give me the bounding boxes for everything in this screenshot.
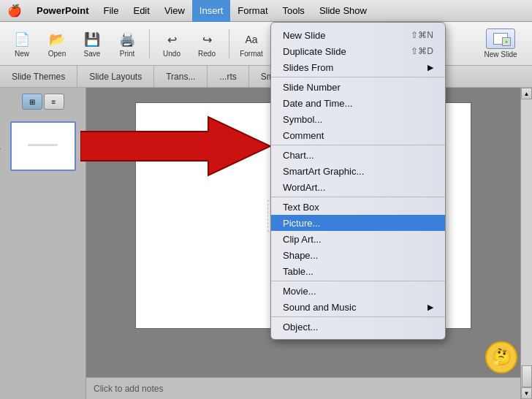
menu-new-slide[interactable]: New Slide ⇧⌘N	[271, 27, 445, 43]
open-label: Open	[48, 50, 66, 58]
menu-sound[interactable]: Sound and Music ▶	[271, 299, 445, 315]
menu-format[interactable]: Format	[230, 0, 275, 22]
menu-tools[interactable]: Tools	[276, 0, 312, 22]
scroll-up-arrow[interactable]: ▲	[521, 88, 532, 99]
format-button[interactable]: Aa Format	[235, 26, 267, 62]
save-label: Save	[84, 50, 101, 58]
menu-new-slide-shortcut: ⇧⌘N	[411, 30, 433, 40]
menu-group-object: Object...	[271, 317, 445, 336]
menu-chart-label: Chart...	[283, 150, 314, 161]
menu-date-time-label: Date and Time...	[283, 98, 352, 109]
new-label: New	[15, 50, 29, 58]
slide-number: 1	[0, 142, 1, 151]
scroll-track[interactable]	[521, 99, 532, 365]
list-view-button[interactable]: ≡	[44, 94, 64, 110]
menu-chart[interactable]: Chart...	[271, 147, 445, 163]
menu-shape-label: Shape...	[283, 250, 318, 261]
new-icon: 📄	[12, 29, 32, 50]
apple-logo[interactable]: 🍎	[0, 4, 29, 18]
menu-comment-label: Comment	[283, 130, 324, 141]
menu-view[interactable]: View	[157, 0, 192, 22]
menu-symbol[interactable]: Symbol...	[271, 111, 445, 127]
format-label: Format	[240, 50, 263, 58]
notes-bar[interactable]: Click to add notes	[86, 377, 520, 399]
redo-icon: ↪	[197, 29, 217, 50]
tab-bar: Slide Themes Slide Layouts Trans... ...r…	[0, 66, 532, 88]
open-icon: 📂	[47, 29, 67, 50]
new-button[interactable]: 📄 New	[6, 26, 38, 62]
undo-icon: ↩	[162, 29, 182, 50]
menu-edit[interactable]: Edit	[126, 0, 156, 22]
tab-slide-layouts[interactable]: Slide Layouts	[77, 66, 154, 87]
menu-group-slides: New Slide ⇧⌘N Duplicate Slide ⇧⌘D Slides…	[271, 26, 445, 77]
menu-comment[interactable]: Comment	[271, 127, 445, 143]
menu-duplicate-slide[interactable]: Duplicate Slide ⇧⌘D	[271, 43, 445, 59]
menu-wordart[interactable]: WordArt...	[271, 179, 445, 195]
toolbar: 📄 New 📂 Open 💾 Save 🖨️ Print ↩ Undo ↪ Re…	[0, 22, 532, 66]
open-button[interactable]: 📂 Open	[41, 26, 73, 62]
menu-shape[interactable]: Shape...	[271, 247, 445, 263]
menu-slideshow[interactable]: Slide Show	[312, 0, 374, 22]
undo-button[interactable]: ↩ Undo	[156, 26, 188, 62]
menu-smartart[interactable]: SmartArt Graphic...	[271, 163, 445, 179]
right-scrollbar: ▲ ▼	[520, 88, 532, 399]
view-toggle: ⊞ ≡	[22, 94, 64, 110]
menu-clipart-label: Clip Art...	[283, 234, 322, 245]
menu-group-media: Chart... SmartArt Graphic... WordArt...	[271, 145, 445, 197]
menu-object[interactable]: Object...	[271, 319, 445, 335]
menu-picture[interactable]: Picture...	[271, 215, 445, 231]
menu-clipart[interactable]: Clip Art...	[271, 231, 445, 247]
menu-insert[interactable]: Insert	[192, 0, 231, 22]
main-content: ⊞ ≡ 1 Cli... Click to add notes ▲ ▼	[0, 88, 532, 399]
save-icon: 💾	[82, 29, 102, 50]
tab-animations[interactable]: ...rts	[208, 66, 248, 87]
menu-slides-from-label: Slides From	[283, 62, 333, 73]
scroll-down-arrow[interactable]: ▼	[521, 387, 532, 399]
new-slide-button[interactable]: + New Slide	[475, 26, 526, 62]
insert-menu: New Slide ⇧⌘N Duplicate Slide ⇧⌘D Slides…	[270, 22, 446, 340]
slides-from-arrow-icon: ▶	[428, 63, 433, 72]
separator-2	[229, 29, 229, 58]
new-slide-label: New Slide	[484, 50, 517, 58]
menu-duplicate-slide-label: Duplicate Slide	[283, 46, 346, 57]
print-icon: 🖨️	[117, 29, 137, 50]
notes-text: Click to add notes	[94, 384, 163, 394]
menu-bar: 🍎 PowerPoint File Edit View Insert Forma…	[0, 0, 532, 22]
menu-table-label: Table...	[283, 266, 314, 277]
scroll-thumb[interactable]	[522, 365, 532, 387]
menu-slide-number[interactable]: Slide Number	[271, 79, 445, 95]
menu-sound-label: Sound and Music	[283, 302, 356, 313]
app-name: PowerPoint	[29, 0, 96, 22]
menu-file[interactable]: File	[96, 0, 126, 22]
menu-slides-from[interactable]: Slides From ▶	[271, 59, 445, 75]
menu-movie-label: Movie...	[283, 286, 316, 297]
save-button[interactable]: 💾 Save	[76, 26, 108, 62]
menu-wordart-label: WordArt...	[283, 182, 325, 193]
menu-movie[interactable]: Movie...	[271, 283, 445, 299]
menu-group-insert: Text Box Picture... Clip Art... Shape...…	[271, 197, 445, 281]
undo-label: Undo	[163, 50, 180, 58]
menu-textbox[interactable]: Text Box	[271, 199, 445, 215]
menu-table[interactable]: Table...	[271, 263, 445, 279]
tab-transitions[interactable]: Trans...	[154, 66, 208, 87]
redo-label: Redo	[198, 50, 216, 58]
menu-duplicate-slide-shortcut: ⇧⌘D	[411, 46, 433, 56]
menu-date-time[interactable]: Date and Time...	[271, 95, 445, 111]
format-icon: Aa	[241, 29, 262, 50]
slide-thumbnail[interactable]	[10, 121, 76, 171]
slide-panel: ⊞ ≡ 1	[0, 88, 86, 399]
menu-textbox-label: Text Box	[283, 202, 319, 213]
redo-button[interactable]: ↪ Redo	[191, 26, 223, 62]
menu-object-label: Object...	[283, 322, 318, 332]
menu-slide-number-label: Slide Number	[283, 82, 341, 93]
sound-arrow-icon: ▶	[428, 303, 433, 312]
tab-slide-themes[interactable]: Slide Themes	[0, 66, 77, 87]
menu-picture-label: Picture...	[283, 218, 320, 229]
menu-group-av: Movie... Sound and Music ▶	[271, 281, 445, 317]
menu-new-slide-label: New Slide	[283, 30, 326, 41]
print-button[interactable]: 🖨️ Print	[111, 26, 143, 62]
print-label: Print	[120, 50, 135, 58]
menu-group-meta: Slide Number Date and Time... Symbol... …	[271, 77, 445, 145]
slide-view-button[interactable]: ⊞	[22, 94, 42, 110]
menu-smartart-label: SmartArt Graphic...	[283, 166, 364, 177]
